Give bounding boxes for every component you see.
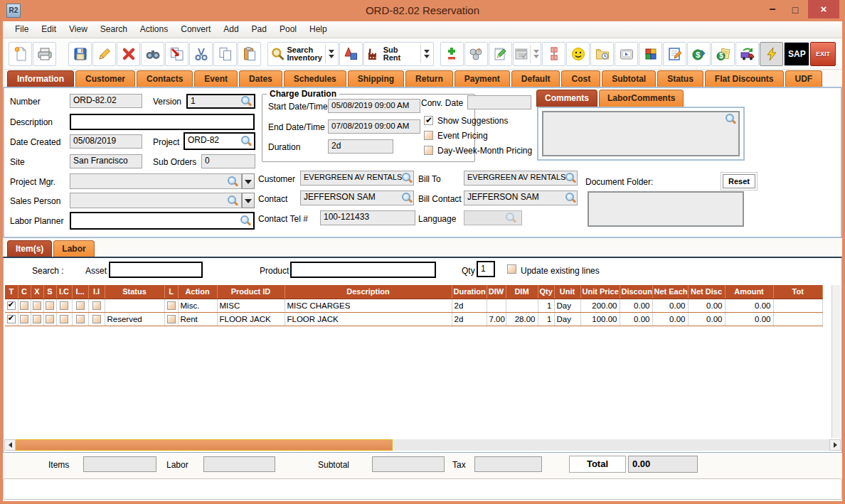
transfer-copy-button[interactable] bbox=[165, 42, 188, 66]
row1-tot[interactable] bbox=[773, 299, 823, 312]
scrollbar-track[interactable] bbox=[393, 439, 829, 451]
row1-status[interactable] bbox=[105, 299, 164, 312]
labor-planner-lookup-icon[interactable] bbox=[240, 215, 251, 226]
row1-ii-checkbox[interactable] bbox=[92, 301, 101, 310]
tab-contacts[interactable]: Contacts bbox=[137, 70, 193, 87]
row2-ic-checkbox[interactable] bbox=[60, 315, 68, 323]
col-t[interactable]: T bbox=[5, 285, 18, 299]
row2-dim[interactable]: 28.00 bbox=[506, 312, 538, 326]
exit-button[interactable]: EXIT bbox=[810, 42, 836, 66]
menu-convert[interactable]: Convert bbox=[174, 21, 217, 38]
row1-ic-checkbox[interactable] bbox=[60, 301, 68, 310]
search-inventory-spinner[interactable] bbox=[327, 50, 336, 58]
row2-unit-price[interactable]: 100.00 bbox=[580, 312, 620, 326]
row2-qty[interactable]: 1 bbox=[538, 312, 554, 326]
money-note-button[interactable]: $ bbox=[711, 42, 735, 66]
row2-s-checkbox[interactable] bbox=[46, 315, 54, 323]
col-i2[interactable]: I... bbox=[72, 285, 88, 299]
truck-button[interactable] bbox=[735, 42, 759, 66]
row1-discount[interactable]: 0.00 bbox=[620, 299, 652, 312]
cubes-button[interactable] bbox=[639, 42, 662, 66]
row2-x-checkbox[interactable] bbox=[33, 315, 41, 323]
col-qty[interactable]: Qty bbox=[538, 285, 554, 299]
site-field[interactable]: San Francisco bbox=[70, 154, 142, 168]
tab-udf[interactable]: UDF bbox=[785, 70, 823, 87]
project-mgr-field[interactable] bbox=[70, 173, 242, 189]
show-suggestions-checkbox[interactable] bbox=[424, 116, 433, 125]
project-mgr-dropdown[interactable] bbox=[242, 173, 255, 189]
start-datetime-field[interactable]: 05/08/2019 09:00 AM bbox=[328, 99, 420, 113]
end-datetime-field[interactable]: 07/08/2019 09:00 AM bbox=[328, 119, 420, 134]
row2-diw[interactable]: 7.00 bbox=[487, 312, 506, 326]
row1-i2-checkbox[interactable] bbox=[76, 301, 85, 310]
col-net-disc[interactable]: Net Disc bbox=[688, 285, 725, 299]
delete-button[interactable] bbox=[117, 42, 140, 66]
row1-dim[interactable] bbox=[506, 299, 538, 312]
menu-view[interactable]: View bbox=[63, 21, 94, 38]
org-chart-button[interactable] bbox=[542, 42, 565, 66]
maximize-button[interactable]: □ bbox=[785, 1, 805, 18]
col-diw[interactable]: DIW bbox=[487, 285, 506, 299]
date-created-field[interactable]: 05/08/2019 bbox=[70, 134, 142, 149]
row1-product-id[interactable]: MISC bbox=[217, 299, 285, 312]
row1-net-disc[interactable]: 0.00 bbox=[688, 299, 725, 312]
tab-return[interactable]: Return bbox=[405, 70, 453, 87]
labor-planner-field[interactable] bbox=[70, 212, 255, 230]
contact-lookup-icon[interactable] bbox=[402, 193, 413, 203]
shapes-button[interactable] bbox=[339, 42, 363, 66]
row2-ii-checkbox[interactable] bbox=[92, 315, 101, 323]
project-mgr-lookup-icon[interactable] bbox=[228, 176, 238, 187]
col-tot[interactable]: Tot bbox=[773, 285, 823, 299]
col-l[interactable]: L bbox=[164, 285, 178, 299]
customer-lookup-icon[interactable] bbox=[402, 173, 413, 183]
col-description[interactable]: Description bbox=[285, 285, 452, 299]
col-discount[interactable]: Discount bbox=[620, 285, 652, 299]
contact-field[interactable]: JEFFERSON SAM bbox=[300, 191, 414, 205]
smiley-button[interactable] bbox=[566, 42, 590, 66]
row1-net-each[interactable]: 0.00 bbox=[652, 299, 688, 312]
col-x[interactable]: X bbox=[31, 285, 43, 299]
col-ii[interactable]: I.I bbox=[88, 285, 105, 299]
folder-history-button[interactable] bbox=[590, 42, 614, 66]
row2-net-disc[interactable]: 0.00 bbox=[688, 312, 725, 326]
menu-add[interactable]: Add bbox=[217, 21, 245, 38]
row2-l-checkbox[interactable] bbox=[167, 315, 176, 323]
col-action[interactable]: Action bbox=[178, 285, 217, 299]
qty-input[interactable]: 1 bbox=[477, 261, 495, 277]
update-lines-checkbox[interactable] bbox=[507, 264, 516, 274]
edit-note-button[interactable] bbox=[663, 42, 686, 66]
tab-dates[interactable]: Dates bbox=[239, 70, 282, 87]
sales-person-field[interactable] bbox=[70, 193, 242, 208]
description-field[interactable] bbox=[70, 114, 255, 130]
notes-button[interactable] bbox=[489, 42, 512, 66]
row2-product-id[interactable]: FLOOR JACK bbox=[217, 312, 285, 326]
col-unit-price[interactable]: Unit Price bbox=[580, 285, 620, 299]
col-c[interactable]: C bbox=[18, 285, 31, 299]
row1-amount[interactable]: 0.00 bbox=[725, 299, 773, 312]
menu-pad[interactable]: Pad bbox=[245, 21, 273, 38]
item-row-2[interactable]: Reserved Rent FLOOR JACK FLOOR JACK 2d 7… bbox=[5, 312, 823, 326]
paste-button[interactable] bbox=[238, 42, 261, 66]
tab-labor[interactable]: Labor bbox=[53, 240, 94, 257]
minimize-button[interactable]: – bbox=[762, 1, 782, 18]
menu-edit[interactable]: Edit bbox=[35, 21, 63, 38]
title-bar[interactable]: R2 ORD-82.02 Reservation – □ × bbox=[0, 0, 845, 21]
menu-search[interactable]: Search bbox=[94, 21, 134, 38]
row1-unit-price[interactable]: 200.00 bbox=[580, 299, 620, 312]
row2-discount[interactable]: 0.00 bbox=[620, 312, 652, 326]
col-ic[interactable]: I.C bbox=[56, 285, 72, 299]
row2-c-checkbox[interactable] bbox=[20, 315, 28, 323]
row1-x-checkbox[interactable] bbox=[33, 301, 41, 310]
search-inventory-button[interactable]: SearchInventory bbox=[267, 42, 339, 66]
col-net-each[interactable]: Net Each bbox=[652, 285, 688, 299]
col-status[interactable]: Status bbox=[105, 285, 164, 299]
tab-schedules[interactable]: Schedules bbox=[284, 70, 346, 87]
group-lookup-button[interactable]: ? bbox=[464, 42, 488, 66]
tab-labor-comments[interactable]: LaborComments bbox=[599, 90, 684, 107]
customer-field[interactable]: EVERGREEN AV RENTALS bbox=[300, 171, 414, 186]
menu-file[interactable]: File bbox=[9, 21, 35, 38]
tab-items[interactable]: Item(s) bbox=[7, 240, 52, 257]
version-lookup-icon[interactable] bbox=[241, 96, 252, 107]
product-input[interactable] bbox=[290, 262, 436, 278]
tab-comments[interactable]: Comments bbox=[536, 90, 597, 107]
